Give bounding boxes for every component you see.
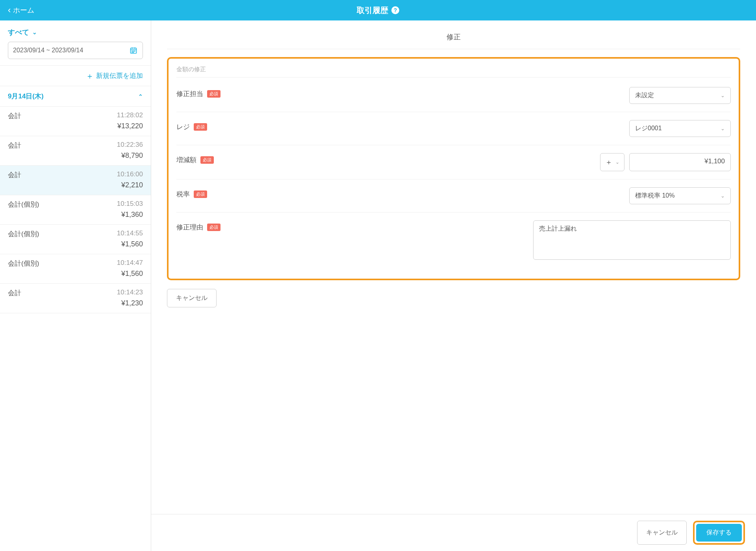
svg-point-4 bbox=[132, 51, 132, 51]
reason-textarea[interactable]: 売上計上漏れ bbox=[533, 220, 731, 260]
tx-type: 会計 bbox=[8, 141, 21, 150]
required-badge: 必須 bbox=[194, 190, 207, 198]
tx-amount: ¥1,360 bbox=[8, 211, 143, 219]
svg-point-5 bbox=[133, 51, 133, 51]
tx-type: 会計 bbox=[8, 111, 21, 120]
save-highlight: 保存する bbox=[693, 521, 745, 545]
date-range-input[interactable]: 2023/09/14 ~ 2023/09/14 bbox=[8, 42, 143, 59]
chevron-down-icon: ⌄ bbox=[615, 159, 619, 165]
tx-type: 会計 bbox=[8, 288, 21, 298]
main-title: 修正 bbox=[167, 28, 740, 49]
chevron-up-icon: ⌃ bbox=[138, 93, 143, 100]
tx-type: 会計(個別) bbox=[8, 229, 39, 239]
chevron-left-icon: ‹ bbox=[8, 6, 11, 15]
amount-input[interactable]: ¥1,100 bbox=[629, 153, 731, 171]
svg-point-7 bbox=[132, 52, 132, 52]
tx-type: 会計(個別) bbox=[8, 200, 39, 209]
transaction-item[interactable]: 会計11:28:02¥13,220 bbox=[0, 107, 151, 136]
svg-point-6 bbox=[135, 51, 135, 51]
main-panel: 修正 金額の修正 修正担当 必須 未設定 ⌄ bbox=[151, 20, 756, 551]
tx-type: 会計(個別) bbox=[8, 259, 39, 268]
tx-amount: ¥13,220 bbox=[8, 122, 143, 130]
tx-amount: ¥2,210 bbox=[8, 181, 143, 189]
transaction-item[interactable]: 会計(個別)10:14:47¥1,560 bbox=[0, 254, 151, 284]
edit-form-highlight: 金額の修正 修正担当 必須 未設定 ⌄ レジ bbox=[167, 57, 740, 280]
required-badge: 必須 bbox=[207, 90, 220, 98]
back-button[interactable]: ‹ ホーム bbox=[8, 6, 34, 15]
tax-select[interactable]: 標準税率 10% ⌄ bbox=[629, 187, 731, 204]
cancel-form-button[interactable]: キャンセル bbox=[167, 289, 217, 307]
row-reason: 修正理由 必須 売上計上漏れ bbox=[176, 213, 731, 268]
transaction-item[interactable]: 会計(個別)10:15:03¥1,360 bbox=[0, 195, 151, 225]
row-tax: 税率 必須 標準税率 10% ⌄ bbox=[176, 179, 731, 213]
tx-time: 10:14:23 bbox=[117, 288, 143, 298]
assignee-select[interactable]: 未設定 ⌄ bbox=[629, 87, 731, 104]
help-icon[interactable]: ? bbox=[391, 6, 399, 14]
tx-time: 11:28:02 bbox=[117, 111, 143, 120]
chevron-down-icon: ⌄ bbox=[721, 126, 725, 131]
required-badge: 必須 bbox=[207, 224, 220, 231]
tx-amount: ¥1,560 bbox=[8, 270, 143, 278]
register-select[interactable]: レジ0001 ⌄ bbox=[629, 120, 731, 137]
transaction-item[interactable]: 会計10:22:36¥8,790 bbox=[0, 136, 151, 166]
plus-icon: ＋ bbox=[86, 72, 94, 80]
row-assignee: 修正担当 必須 未設定 ⌄ bbox=[176, 79, 731, 112]
tx-time: 10:22:36 bbox=[117, 141, 143, 150]
cancel-button[interactable]: キャンセル bbox=[637, 521, 687, 545]
row-amount: 増減額 必須 ＋ ⌄ ¥1,100 bbox=[176, 145, 731, 179]
tx-time: 10:16:00 bbox=[117, 170, 143, 179]
app-header: ‹ ホーム 取引履歴 ? bbox=[0, 0, 756, 20]
tx-time: 10:14:55 bbox=[117, 229, 143, 239]
back-label: ホーム bbox=[13, 6, 34, 15]
date-group-header[interactable]: 9月14日(木) ⌃ bbox=[0, 86, 151, 107]
footer-bar: キャンセル 保存する bbox=[151, 514, 756, 551]
filter-dropdown[interactable]: すべて ⌄ bbox=[0, 20, 151, 42]
transaction-item[interactable]: 会計10:16:00¥2,210 bbox=[0, 166, 151, 195]
required-badge: 必須 bbox=[194, 123, 207, 131]
chevron-down-icon: ⌄ bbox=[32, 29, 37, 35]
row-register: レジ 必須 レジ0001 ⌄ bbox=[176, 112, 731, 145]
tx-time: 10:15:03 bbox=[117, 200, 143, 209]
calendar-icon bbox=[129, 46, 138, 55]
sidebar: すべて ⌄ 2023/09/14 ~ 2023/09/14 ＋ 新規伝票を追加 … bbox=[0, 20, 151, 551]
svg-point-8 bbox=[133, 52, 133, 52]
tx-amount: ¥1,230 bbox=[8, 299, 143, 307]
tx-time: 10:14:47 bbox=[117, 259, 143, 268]
tx-type: 会計 bbox=[8, 170, 21, 179]
page-title: 取引履歴 ? bbox=[357, 5, 399, 16]
section-label: 金額の修正 bbox=[176, 66, 731, 78]
chevron-down-icon: ⌄ bbox=[721, 92, 725, 98]
add-slip-button[interactable]: ＋ 新規伝票を追加 bbox=[0, 65, 151, 86]
transaction-item[interactable]: 会計10:14:23¥1,230 bbox=[0, 284, 151, 313]
tx-amount: ¥8,790 bbox=[8, 152, 143, 160]
transaction-item[interactable]: 会計(個別)10:14:55¥1,560 bbox=[0, 225, 151, 254]
save-button[interactable]: 保存する bbox=[696, 524, 742, 542]
tx-amount: ¥1,560 bbox=[8, 240, 143, 248]
chevron-down-icon: ⌄ bbox=[721, 193, 725, 199]
amount-sign-select[interactable]: ＋ ⌄ bbox=[600, 153, 624, 171]
required-badge: 必須 bbox=[200, 156, 214, 164]
